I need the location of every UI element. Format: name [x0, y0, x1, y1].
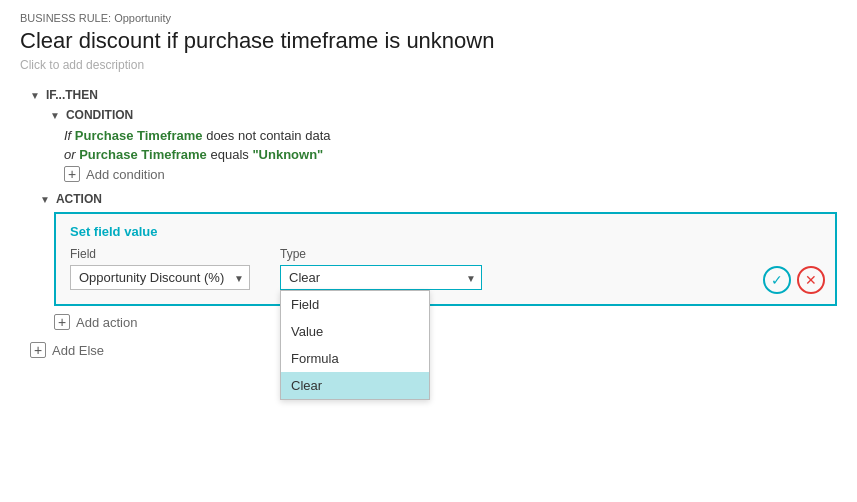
action-card-title: Set field value: [70, 224, 821, 239]
confirm-icon: ✓: [771, 272, 783, 288]
dropdown-item-value[interactable]: Value: [281, 318, 429, 345]
if-then-section: ▼ IF...THEN ▼ CONDITION If Purchase Time…: [30, 88, 837, 330]
add-action-label: Add action: [76, 315, 137, 330]
type-column: Type ▼ Field Value Formula Clear: [280, 247, 482, 290]
add-action-icon: +: [54, 314, 70, 330]
condition-value-2: "Unknown": [252, 147, 323, 162]
condition-or-keyword: or: [64, 147, 76, 162]
if-then-collapse-arrow[interactable]: ▼: [30, 90, 40, 101]
field-column: Field Opportunity Discount (%) ▼: [70, 247, 250, 290]
page-title: Clear discount if purchase timeframe is …: [20, 28, 837, 54]
confirm-button[interactable]: ✓: [763, 266, 791, 294]
type-input[interactable]: [280, 265, 482, 290]
dropdown-item-clear[interactable]: Clear: [281, 372, 429, 399]
field-row: Field Opportunity Discount (%) ▼ Type: [70, 247, 821, 290]
condition-if-keyword: If: [64, 128, 71, 143]
add-action[interactable]: + Add action: [54, 314, 837, 330]
condition-line-2: or Purchase Timeframe equals "Unknown": [64, 147, 837, 162]
condition-line-1: If Purchase Timeframe does not contain d…: [64, 128, 837, 143]
if-then-header: ▼ IF...THEN: [30, 88, 837, 102]
page-container: BUSINESS RULE: Opportunity Clear discoun…: [0, 0, 857, 502]
action-card: Set field value Field Opportunity Discou…: [54, 212, 837, 306]
condition-block: ▼ CONDITION If Purchase Timeframe does n…: [50, 108, 837, 182]
dropdown-item-formula[interactable]: Formula: [281, 345, 429, 372]
add-else[interactable]: + Add Else: [30, 342, 837, 358]
field-select[interactable]: Opportunity Discount (%): [70, 265, 250, 290]
condition-label: CONDITION: [66, 108, 133, 122]
breadcrumb: BUSINESS RULE: Opportunity: [20, 12, 837, 24]
cancel-icon: ✕: [805, 272, 817, 288]
cancel-button[interactable]: ✕: [797, 266, 825, 294]
condition-field-1: Purchase Timeframe: [75, 128, 203, 143]
type-dropdown-menu: Field Value Formula Clear: [280, 290, 430, 400]
condition-header: ▼ CONDITION: [50, 108, 837, 122]
condition-field-2: Purchase Timeframe: [79, 147, 207, 162]
field-label: Field: [70, 247, 250, 261]
condition-collapse-arrow[interactable]: ▼: [50, 110, 60, 121]
condition-text-1: does not contain data: [206, 128, 330, 143]
condition-text-2: equals: [210, 147, 248, 162]
type-input-wrapper: ▼ Field Value Formula Clear: [280, 265, 482, 290]
add-condition-label: Add condition: [86, 167, 165, 182]
add-else-label: Add Else: [52, 343, 104, 358]
type-label: Type: [280, 247, 482, 261]
dropdown-item-field[interactable]: Field: [281, 291, 429, 318]
page-description[interactable]: Click to add description: [20, 58, 837, 72]
add-else-icon: +: [30, 342, 46, 358]
action-label: ACTION: [56, 192, 102, 206]
action-buttons: ✓ ✕: [763, 266, 825, 294]
field-select-wrapper: Opportunity Discount (%) ▼: [70, 265, 250, 290]
action-header: ▼ ACTION: [40, 192, 837, 206]
add-condition[interactable]: + Add condition: [64, 166, 837, 182]
action-collapse-arrow[interactable]: ▼: [40, 194, 50, 205]
action-section: ▼ ACTION Set field value Field Opportuni…: [40, 192, 837, 330]
add-condition-icon: +: [64, 166, 80, 182]
if-then-label: IF...THEN: [46, 88, 98, 102]
